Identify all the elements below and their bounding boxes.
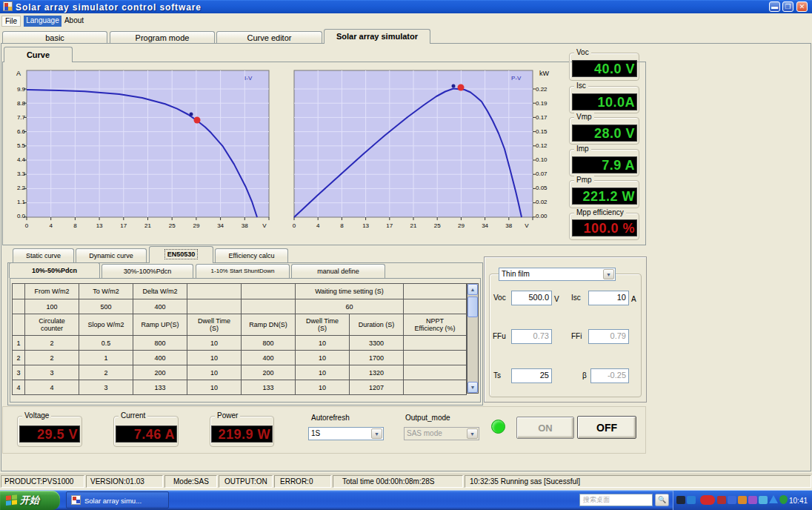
svg-text:17: 17: [120, 222, 127, 229]
svg-text:4.4: 4.4: [17, 156, 26, 163]
svg-text:2.2: 2.2: [17, 185, 26, 191]
svg-text:7.7: 7.7: [17, 114, 26, 121]
svg-text:38: 38: [242, 222, 248, 229]
svg-text:0.0: 0.0: [17, 213, 26, 219]
svg-text:0.10: 0.10: [536, 156, 548, 163]
svg-text:0.15: 0.15: [536, 128, 548, 135]
svg-text:29: 29: [458, 222, 465, 229]
svg-text:4: 4: [316, 222, 320, 229]
svg-text:V: V: [525, 222, 529, 229]
svg-text:29: 29: [193, 222, 199, 229]
svg-text:13: 13: [362, 222, 369, 229]
svg-text:A: A: [16, 70, 21, 77]
svg-text:8: 8: [73, 222, 77, 229]
svg-text:34: 34: [482, 222, 488, 229]
svg-text:P-V: P-V: [511, 75, 522, 82]
svg-text:0.07: 0.07: [536, 170, 548, 177]
svg-text:25: 25: [169, 222, 176, 229]
svg-text:0: 0: [25, 222, 29, 229]
svg-text:13: 13: [96, 222, 103, 229]
svg-text:0.02: 0.02: [536, 199, 548, 205]
svg-text:4: 4: [49, 222, 53, 229]
svg-text:8: 8: [340, 222, 344, 229]
svg-text:21: 21: [144, 222, 151, 229]
svg-text:0.05: 0.05: [536, 185, 548, 191]
svg-text:0.00: 0.00: [536, 213, 548, 219]
svg-text:kW: kW: [539, 70, 550, 77]
svg-text:38: 38: [505, 222, 512, 229]
svg-text:34: 34: [217, 222, 224, 229]
svg-text:17: 17: [386, 222, 393, 229]
svg-text:8.8: 8.8: [17, 100, 26, 107]
svg-text:25: 25: [434, 222, 441, 229]
svg-text:0.12: 0.12: [536, 142, 548, 149]
svg-text:0.19: 0.19: [536, 100, 548, 107]
svg-text:6.6: 6.6: [17, 128, 26, 135]
svg-text:0: 0: [293, 222, 296, 229]
svg-text:1.1: 1.1: [17, 199, 26, 205]
svg-text:0.22: 0.22: [536, 86, 548, 93]
svg-text:0.17: 0.17: [536, 114, 548, 121]
svg-text:V: V: [262, 222, 267, 229]
svg-text:21: 21: [410, 222, 417, 229]
svg-text:I-V: I-V: [244, 75, 253, 82]
svg-text:3.3: 3.3: [17, 170, 26, 177]
svg-text:5.5: 5.5: [17, 142, 26, 149]
svg-text:9.9: 9.9: [17, 86, 26, 93]
